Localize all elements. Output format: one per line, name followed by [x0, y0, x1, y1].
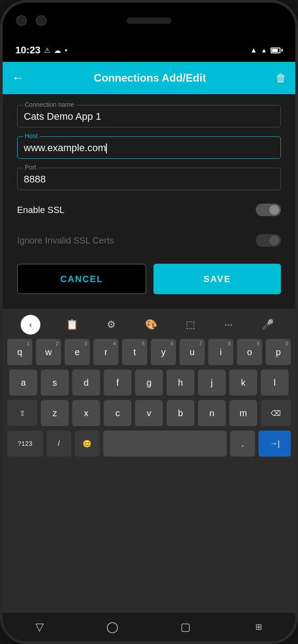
connection-name-field: Connection name Cats Demo App 1 [17, 105, 281, 127]
key-m[interactable]: m [229, 400, 257, 426]
status-right: ▲ ▲ [250, 46, 283, 54]
kb-rows: 1q 2w 3e 4r 5t 6y 7u 8i 9o 0p a s d f [5, 339, 293, 611]
ssl-toggle[interactable] [256, 204, 281, 216]
key-r[interactable]: 4r [93, 339, 118, 365]
key-d[interactable]: d [72, 370, 100, 396]
kb-row-2: a s d f g h j k l [7, 370, 291, 396]
kb-mic-icon[interactable]: 🎤 [258, 317, 277, 332]
key-o[interactable]: 9o [237, 339, 262, 365]
key-i[interactable]: 8i [208, 339, 233, 365]
key-w[interactable]: 2w [36, 339, 61, 365]
key-symbols[interactable]: ?123 [7, 431, 43, 457]
key-p[interactable]: 0p [266, 339, 291, 365]
kb-clipboard-icon[interactable]: 📋 [62, 317, 82, 332]
kb-settings-icon[interactable]: ⚙ [103, 317, 119, 332]
key-backspace[interactable]: ⌫ [261, 400, 291, 426]
phone-screen: 10:23 ⚠ ☁ ▪ ▲ ▲ ← Connections Add/Edit 🗑 [3, 3, 295, 641]
host-label: Host [23, 132, 39, 139]
signal-icon: ▲ [261, 47, 267, 54]
app-bar: ← Connections Add/Edit 🗑 [3, 62, 295, 94]
key-h[interactable]: h [167, 370, 194, 396]
kb-row-1: 1q 2w 3e 4r 5t 6y 7u 8i 9o 0p [7, 339, 291, 365]
status-bar: 10:23 ⚠ ☁ ▪ ▲ ▲ [3, 39, 295, 62]
key-slash[interactable]: / [47, 431, 71, 457]
ignore-ssl-toggle[interactable] [256, 234, 281, 247]
camera-lens-left [16, 15, 27, 26]
delete-button[interactable]: 🗑 [276, 72, 286, 84]
key-emoji[interactable]: 😊 [75, 431, 100, 457]
port-field: Port 8888 [17, 168, 281, 190]
app-bar-title: Connections Add/Edit [33, 72, 267, 84]
nav-back[interactable]: ▽ [28, 616, 51, 638]
key-x[interactable]: x [72, 400, 100, 426]
kb-cursor-icon[interactable]: ⬚ [182, 317, 199, 332]
key-g[interactable]: g [135, 370, 163, 396]
ignore-ssl-toggle-row: Ignore Invalid SSL Certs [17, 230, 281, 251]
notch-speaker [127, 17, 171, 24]
key-v[interactable]: v [135, 400, 163, 426]
port-input[interactable]: 8888 [24, 172, 274, 185]
key-t[interactable]: 5t [122, 339, 147, 365]
key-l[interactable]: l [261, 370, 289, 396]
nav-recents[interactable]: ▢ [175, 616, 197, 638]
key-s[interactable]: s [41, 370, 69, 396]
key-a[interactable]: a [9, 370, 37, 396]
sim-icon: ▪ [65, 46, 67, 54]
save-button[interactable]: SAVE [153, 264, 281, 294]
kb-back-button[interactable]: ‹ [21, 315, 40, 335]
key-enter[interactable]: →| [259, 431, 291, 457]
wifi-icon: ▲ [250, 46, 257, 54]
key-e[interactable]: 3e [65, 339, 90, 365]
host-field: Host www.example.com [17, 136, 281, 159]
key-z[interactable]: z [41, 400, 69, 426]
camera-lens-right [36, 15, 47, 26]
key-b[interactable]: b [167, 400, 194, 426]
key-y[interactable]: 6y [151, 339, 176, 365]
bottom-nav: ▽ ◯ ▢ ⊞ [3, 613, 295, 641]
key-space[interactable] [103, 431, 227, 457]
port-label: Port [23, 164, 38, 171]
kb-row-4: ?123 / 😊 . →| [7, 431, 291, 457]
key-c[interactable]: c [104, 400, 131, 426]
back-button[interactable]: ← [12, 71, 24, 85]
key-j[interactable]: j [198, 370, 226, 396]
battery-icon [271, 48, 283, 53]
keyboard: ‹ 📋 ⚙ 🎨 ⬚ ··· 🎤 1q 2w 3e 4r 5t 6y 7u [3, 309, 295, 613]
phone-shell: 10:23 ⚠ ☁ ▪ ▲ ▲ ← Connections Add/Edit 🗑 [0, 0, 298, 644]
ssl-toggle-row: Enable SSL [17, 199, 281, 221]
key-u[interactable]: 7u [180, 339, 205, 365]
key-q[interactable]: 1q [7, 339, 32, 365]
form-buttons: CANCEL SAVE [17, 260, 281, 301]
status-left: 10:23 ⚠ ☁ ▪ [15, 44, 67, 56]
ignore-ssl-label: Ignore Invalid SSL Certs [17, 235, 114, 246]
key-shift[interactable]: ⇧ [7, 400, 37, 426]
key-k[interactable]: k [229, 370, 257, 396]
kb-theme-icon[interactable]: 🎨 [141, 317, 161, 332]
warning-icon: ⚠ [44, 46, 50, 55]
nav-home[interactable]: ◯ [101, 616, 124, 638]
nav-keyboard[interactable]: ⊞ [248, 616, 270, 638]
kb-more-icon[interactable]: ··· [221, 317, 236, 332]
form-area: Connection name Cats Demo App 1 Host www… [3, 94, 295, 309]
host-input[interactable]: www.example.com [24, 140, 274, 154]
cancel-button[interactable]: CANCEL [17, 264, 146, 294]
notch-cameras [16, 15, 47, 26]
ssl-toggle-knob [269, 205, 279, 215]
ssl-label: Enable SSL [17, 205, 65, 215]
notch-bar [3, 3, 295, 39]
key-period[interactable]: . [230, 431, 255, 457]
status-time: 10:23 [15, 44, 40, 56]
connection-name-input[interactable]: Cats Demo App 1 [24, 109, 274, 122]
keyboard-toolbar: ‹ 📋 ⚙ 🎨 ⬚ ··· 🎤 [5, 312, 293, 339]
connection-name-label: Connection name [23, 101, 76, 108]
ignore-ssl-toggle-knob [269, 235, 279, 245]
kb-row-3: ⇧ z x c v b n m ⌫ [7, 400, 291, 426]
cloud-icon: ☁ [54, 46, 61, 55]
key-f[interactable]: f [104, 370, 131, 396]
key-n[interactable]: n [198, 400, 226, 426]
